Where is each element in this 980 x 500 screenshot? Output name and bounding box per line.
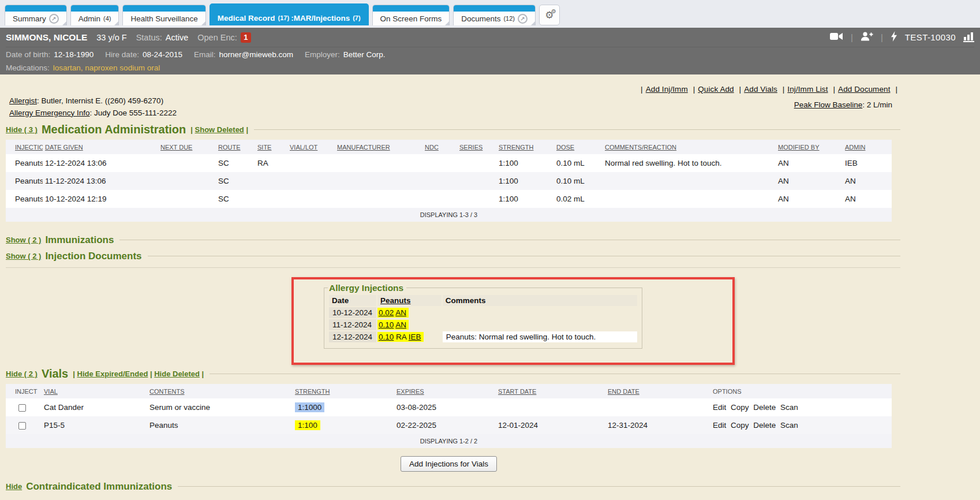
medications-label: Medications: <box>6 64 50 72</box>
allergy-emergency-link[interactable]: Allergy Emergency Info <box>9 109 90 117</box>
copy-link[interactable]: Copy <box>731 403 749 412</box>
inject-checkbox[interactable] <box>18 422 26 430</box>
separator: | <box>783 85 785 94</box>
cell: Serum or vaccine <box>147 398 293 416</box>
add-document-link[interactable]: Add Document <box>838 85 891 94</box>
column-header-series[interactable]: SERIES <box>459 144 482 151</box>
scan-link[interactable]: Scan <box>780 403 798 412</box>
initials-link[interactable]: IEB <box>409 333 421 341</box>
show-deleted-link[interactable]: Show Deleted <box>195 125 244 134</box>
section-rule <box>254 129 900 130</box>
column-header-strength[interactable]: STRENGTH <box>499 144 534 151</box>
column-header-admin[interactable]: ADMIN <box>845 144 865 151</box>
show-injection-documents-toggle[interactable]: Show ( 2 ) <box>6 252 41 260</box>
column-header-route[interactable]: ROUTE <box>218 144 241 151</box>
strength-highlight: 1:1000 <box>295 402 324 412</box>
add-inj-imm-link[interactable]: Add Inj/Imm <box>646 85 688 94</box>
tab-summary[interactable]: Summary ↗ <box>5 5 67 25</box>
separator: | <box>895 85 897 94</box>
tab-admin[interactable]: Admin (4) <box>70 5 119 25</box>
tab-medical-record-mar-injections[interactable]: Medical Record (17) :MAR/Injections (7) <box>210 3 369 25</box>
section-divider <box>6 267 900 268</box>
column-header-contents[interactable]: CONTENTS <box>149 388 185 395</box>
cell <box>287 154 335 172</box>
column-header-comments-reaction[interactable]: COMMENTS/REACTION <box>605 144 676 151</box>
delete-link[interactable]: Delete <box>753 421 776 430</box>
tab-label: Documents <box>461 14 500 23</box>
open-encounter-badge[interactable]: 1 <box>241 32 251 43</box>
column-header-inject: INJECT <box>15 388 38 395</box>
patient-name: SIMMONS, NICOLE <box>6 32 87 43</box>
inj-imm-list-link[interactable]: Inj/Imm List <box>787 85 828 94</box>
edit-link[interactable]: Edit <box>713 403 726 412</box>
edit-link[interactable]: Edit <box>713 421 726 430</box>
column-header-vial-lot[interactable]: VIAL/LOT <box>290 144 317 151</box>
mar-injections-page: Allergist: Butler, Internist E. ((260) 4… <box>0 74 980 500</box>
inject-checkbox[interactable] <box>18 404 26 412</box>
allergist-link[interactable]: Allergist <box>9 96 37 105</box>
copy-link[interactable]: Copy <box>731 421 749 430</box>
initials-link[interactable]: AN <box>395 308 406 317</box>
column-header-next-due[interactable]: NEXT DUE <box>160 144 192 151</box>
column-header-modified-by[interactable]: MODIFIED BY <box>778 144 820 151</box>
column-header-ndc[interactable]: NDC <box>425 144 439 151</box>
column-header-site[interactable]: SITE <box>257 144 271 151</box>
open-in-new-icon[interactable]: ↗ <box>518 14 528 24</box>
open-in-new-icon[interactable]: ↗ <box>49 14 59 24</box>
medications-links[interactable]: losartan, naproxen sodium oral <box>53 64 160 72</box>
column-header-peanuts-link[interactable]: Peanuts <box>380 296 411 305</box>
flowsheet-chart-icon[interactable] <box>963 32 974 42</box>
cell: 11-12-2024 13:06 <box>43 172 158 190</box>
tab-health-surveillance[interactable]: Health Surveillance <box>122 5 205 25</box>
video-camera-icon[interactable] <box>830 32 843 42</box>
medication-administration-header: Hide ( 3 ) Medication Administration | S… <box>6 123 900 136</box>
hide-deleted-link[interactable]: Hide Deleted <box>154 370 200 378</box>
cell <box>605 398 710 416</box>
column-header-strength[interactable]: STRENGTH <box>295 388 330 395</box>
cell <box>457 172 496 190</box>
hide-expired-ended-link[interactable]: Hide Expired/Ended <box>77 370 148 378</box>
show-immunizations-toggle[interactable]: Show ( 2 ) <box>6 236 41 244</box>
column-header-expires[interactable]: EXPIRES <box>397 388 424 395</box>
add-vials-link[interactable]: Add Vials <box>744 85 777 94</box>
tab-documents[interactable]: Documents (12) ↗ <box>453 5 536 25</box>
cell-comment <box>443 307 637 318</box>
cell-date: 11-12-2024 <box>329 319 376 330</box>
column-header-injection[interactable]: INJECTION <box>15 144 43 151</box>
tab-on-screen-forms[interactable]: On Screen Forms <box>372 5 450 25</box>
cell <box>255 172 287 190</box>
allergy-injection-row: 11-12-2024 0.10 AN <box>329 319 637 330</box>
settings-gear-button[interactable]: ⚙ ⚙ <box>539 5 560 25</box>
scan-link[interactable]: Scan <box>780 421 798 430</box>
hide-vials-toggle[interactable]: Hide ( 2 ) <box>6 370 38 378</box>
status-value: Active <box>166 33 189 42</box>
column-header-end-date[interactable]: END DATE <box>608 388 639 395</box>
column-header-manufacturer[interactable]: MANUFACTURER <box>337 144 390 151</box>
cell: AN <box>776 154 843 172</box>
cell <box>255 190 287 208</box>
dose-link[interactable]: 0.10 <box>379 320 394 329</box>
separator: | <box>73 370 75 378</box>
add-injections-for-vials-button[interactable]: Add Injections for Vials <box>401 456 497 472</box>
table-row: Peanuts 10-12-2024 12:19 SC 1:100 0.02 m… <box>6 190 892 208</box>
dose-link[interactable]: 0.10 <box>379 333 394 341</box>
add-user-icon[interactable] <box>861 32 873 43</box>
dose-link[interactable]: 0.02 <box>379 308 394 317</box>
column-header-start-date[interactable]: START DATE <box>498 388 536 395</box>
peak-flow-baseline-link[interactable]: Peak Flow Baseline <box>794 100 863 109</box>
section-title: Medication Administration <box>42 123 186 136</box>
initials-link[interactable]: AN <box>395 320 406 329</box>
delete-link[interactable]: Delete <box>753 403 776 412</box>
quick-add-link[interactable]: Quick Add <box>698 85 734 94</box>
column-header-vial[interactable]: VIAL <box>44 388 58 395</box>
mar-table-paging: DISPLAYING 1-3 / 3 <box>6 208 892 222</box>
vials-table: INJECT VIAL CONTENTS STRENGTH EXPIRES ST… <box>6 384 892 434</box>
hide-contraindicated-toggle[interactable]: Hide <box>6 482 22 491</box>
hide-medication-administration-toggle[interactable]: Hide ( 3 ) <box>6 125 38 134</box>
column-header-dose[interactable]: DOSE <box>556 144 574 151</box>
status-label: Status: <box>136 33 162 42</box>
tab-label: Medical Record <box>218 14 275 23</box>
column-header-date-given[interactable]: DATE GIVEN <box>45 144 83 151</box>
cell-comment: Peanuts: Normal red swelling. Hot to tou… <box>443 331 637 342</box>
lightning-bolt-icon[interactable] <box>891 31 897 43</box>
